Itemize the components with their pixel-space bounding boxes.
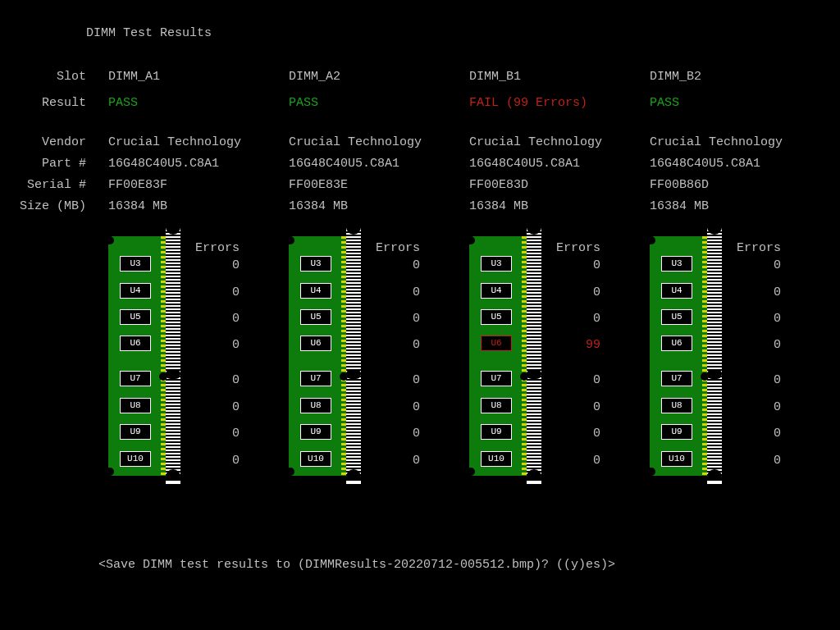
memory-chip: U9 [661,424,692,440]
slot-name: DIMM_A2 [289,70,469,84]
chip-error-count: 0 [190,338,240,352]
slot-part: 16G48C40U5.C8A1 [650,157,830,171]
memory-chip: U3 [661,256,692,272]
slot-vendor: Crucial Technology [289,135,469,149]
memory-chip: U10 [120,451,151,467]
memory-chip: U5 [481,309,512,325]
chip-error-count: 0 [551,373,600,387]
memory-chip: U9 [300,424,331,440]
memory-chip: U8 [300,398,331,413]
dimm-stick-icon: U3U4U5U6U7U8U9U10 [108,228,180,476]
errors-header: Errors [551,241,600,255]
label-serial: Serial # [0,178,86,192]
memory-chip: U5 [120,309,151,325]
memory-chip: U8 [661,398,692,413]
chip-error-count: 0 [371,373,420,387]
dimm-module: U3U4U5U6U7U8U9U10Errors00000000 [108,228,180,476]
label-slot: Slot [0,70,86,84]
page-title: DIMM Test Results [86,26,212,40]
chip-error-count: 0 [190,427,240,441]
slot-name: DIMM_B1 [469,70,650,84]
memory-chip: U5 [661,309,692,325]
memory-chip: U9 [120,424,151,440]
chip-error-count: 0 [551,400,600,414]
chip-error-count: 0 [732,427,781,441]
slot-result: PASS [289,96,469,110]
chip-error-count: 0 [551,454,600,468]
memory-chip: U4 [481,283,512,299]
dimm-stick-icon: U3U4U5U6U7U8U9U10 [469,228,541,476]
slot-serial: FF00E83E [289,178,469,192]
slot-vendor: Crucial Technology [650,135,830,149]
slot-serial: FF00E83F [108,178,289,192]
chip-error-count: 0 [551,312,600,326]
slot-name: DIMM_B2 [650,70,830,84]
chip-error-count: 0 [732,285,781,299]
memory-chip: U8 [481,398,512,413]
slot-size: 16384 MB [650,199,830,213]
chip-error-count: 0 [371,400,420,414]
memory-chip: U6 [300,336,331,351]
slot-result: PASS [650,96,830,110]
chip-error-count: 0 [190,258,240,272]
label-size: Size (MB) [0,199,86,213]
slot-part: 16G48C40U5.C8A1 [108,157,289,171]
dimm-stick-icon: U3U4U5U6U7U8U9U10 [650,228,722,476]
slot-result: FAIL (99 Errors) [469,96,650,110]
slot-part: 16G48C40U5.C8A1 [289,157,469,171]
dimm-module: U3U4U5U6U7U8U9U10Errors000990000 [469,228,541,476]
errors-header: Errors [732,241,781,255]
memory-chip: U6 [120,336,151,351]
memory-chip: U9 [481,424,512,440]
memory-chip: U10 [300,451,331,467]
label-part: Part # [0,157,86,171]
dimm-stick-icon: U3U4U5U6U7U8U9U10 [289,228,361,476]
slot-size: 16384 MB [469,199,650,213]
slot-vendor: Crucial Technology [469,135,650,149]
memory-chip: U10 [661,451,692,467]
chip-error-count: 0 [371,258,420,272]
slot-serial: FF00E83D [469,178,650,192]
chip-error-count: 0 [732,258,781,272]
label-vendor: Vendor [0,135,86,149]
memory-chip: U5 [300,309,331,325]
chip-error-count: 0 [732,338,781,352]
slot-serial: FF00B86D [650,178,830,192]
chip-error-count: 0 [371,312,420,326]
chip-error-count: 0 [371,338,420,352]
chip-error-count: 0 [190,454,240,468]
chip-error-count: 0 [190,285,240,299]
chip-error-count: 0 [551,285,600,299]
slot-result: PASS [108,96,289,110]
chip-error-count: 0 [551,258,600,272]
chip-error-count: 0 [551,427,600,441]
chip-error-count: 0 [732,454,781,468]
chip-error-count: 0 [371,285,420,299]
chip-error-count: 0 [371,427,420,441]
memory-chip: U10 [481,451,512,467]
slot-part: 16G48C40U5.C8A1 [469,157,650,171]
dimm-module: U3U4U5U6U7U8U9U10Errors00000000 [650,228,722,476]
memory-chip: U7 [120,371,151,386]
errors-header: Errors [190,241,240,255]
memory-chip: U4 [661,283,692,299]
chip-error-count: 0 [732,400,781,414]
memory-chip: U8 [120,398,151,413]
save-prompt[interactable]: <Save DIMM test results to (DIMMResults-… [98,558,615,572]
memory-chip: U7 [661,371,692,386]
memory-chip: U4 [300,283,331,299]
memory-chip: U6 [661,336,692,351]
memory-chip: U4 [120,283,151,299]
chip-error-count: 0 [190,373,240,387]
memory-chip: U3 [481,256,512,272]
slot-size: 16384 MB [108,199,289,213]
slot-vendor: Crucial Technology [108,135,289,149]
chip-error-count: 0 [190,312,240,326]
chip-error-count: 0 [732,373,781,387]
memory-chip: U7 [481,371,512,386]
chip-error-count: 99 [551,338,600,352]
label-result: Result [0,96,86,110]
memory-chip: U7 [300,371,331,386]
slot-size: 16384 MB [289,199,469,213]
chip-error-count: 0 [371,454,420,468]
